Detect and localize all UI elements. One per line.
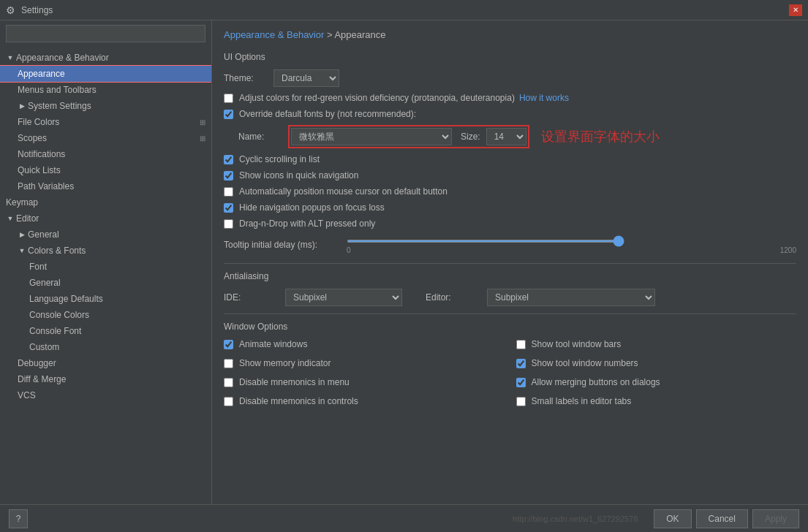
breadcrumb-link[interactable]: Appearance & Behavior <box>224 29 324 40</box>
theme-row: Theme: Darcula IntelliJ <box>224 69 796 87</box>
sidebar-item-label: Quick Lists <box>18 165 61 175</box>
show-icons-label: Show icons in quick navigation <box>239 170 358 180</box>
override-fonts-checkbox[interactable] <box>224 110 233 119</box>
sidebar-item-label: Keymap <box>6 197 38 208</box>
show-icons-row: Show icons in quick navigation <box>224 170 796 180</box>
adjust-colors-checkbox[interactable] <box>224 94 233 103</box>
expand-arrow: ▼ <box>6 53 15 62</box>
expand-arrow: ▶ <box>18 102 26 110</box>
cancel-button[interactable]: Cancel <box>696 509 748 528</box>
sidebar-item-keymap[interactable]: Keymap <box>0 194 211 210</box>
disable-mnemonics-controls-checkbox[interactable] <box>224 397 233 406</box>
sidebar-item-label: Notifications <box>18 149 65 159</box>
size-label: Size: <box>461 132 480 142</box>
hide-navigation-checkbox[interactable] <box>224 203 233 213</box>
sidebar-item-file-colors[interactable]: File Colors ⊞ <box>0 114 211 130</box>
sidebar-item-label: General <box>28 229 59 240</box>
sidebar-item-language-defaults[interactable]: Language Defaults <box>0 291 211 307</box>
cyclic-scrolling-row: Cyclic scrolling in list <box>224 154 796 164</box>
help-button[interactable]: ? <box>9 509 28 528</box>
sidebar-item-appearance[interactable]: Appearance <box>0 66 211 82</box>
breadcrumb-separator: > <box>327 29 335 40</box>
sidebar-item-label: Language Defaults <box>29 294 103 304</box>
editor-antialiasing-select[interactable]: Subpixel Greyscale LCD None <box>487 289 655 306</box>
sidebar-item-notifications[interactable]: Notifications <box>0 146 211 162</box>
sidebar-item-label: Debugger <box>18 358 56 368</box>
sidebar-item-colors-fonts[interactable]: ▼ Colors & Fonts <box>0 243 211 259</box>
show-tool-window-numbers-row: Show tool window numbers <box>516 358 797 368</box>
adjust-colors-row: Adjust colors for red-green vision defic… <box>224 93 796 103</box>
sidebar-item-quick-lists[interactable]: Quick Lists <box>0 162 211 178</box>
font-size-select[interactable]: 14 12 16 18 <box>486 128 526 145</box>
sidebar-item-general[interactable]: ▶ General <box>0 227 211 243</box>
sidebar-item-scopes[interactable]: Scopes ⊞ <box>0 130 211 146</box>
sidebar-item-label: Custom <box>29 342 59 352</box>
search-input[interactable] <box>6 25 205 42</box>
allow-merging-checkbox[interactable] <box>516 378 526 387</box>
sidebar-item-vcs[interactable]: VCS <box>0 387 211 403</box>
show-tool-window-bars-label: Show tool window bars <box>532 339 622 349</box>
sidebar-item-console-font[interactable]: Console Font <box>0 323 211 339</box>
ok-button[interactable]: OK <box>654 509 691 528</box>
slider-container: 0 1200 <box>347 235 796 254</box>
cyclic-scrolling-checkbox[interactable] <box>224 155 233 164</box>
sidebar-item-general2[interactable]: General <box>0 275 211 291</box>
sidebar-item-label: File Colors <box>18 117 59 127</box>
show-tool-window-numbers-checkbox[interactable] <box>516 359 526 368</box>
show-memory-label: Show memory indicator <box>239 358 331 368</box>
disable-mnemonics-menu-checkbox[interactable] <box>224 378 233 387</box>
tooltip-delay-label: Tooltip initial delay (ms): <box>224 240 341 250</box>
expand-arrow: ▼ <box>6 214 15 223</box>
show-memory-checkbox[interactable] <box>224 359 233 368</box>
sidebar-item-editor[interactable]: ▼ Editor <box>0 210 211 227</box>
override-fonts-label: Override default fonts by (not recommend… <box>239 109 416 119</box>
auto-position-checkbox[interactable] <box>224 187 233 197</box>
sidebar-item-system-settings[interactable]: ▶ System Settings <box>0 98 211 114</box>
font-name-select[interactable]: 微软雅黑 <box>291 128 452 145</box>
sidebar-item-label: Console Font <box>29 326 81 336</box>
apply-button[interactable]: Apply <box>752 509 799 528</box>
sidebar-item-label: Scopes <box>18 133 47 143</box>
allow-merging-label: Allow merging buttons on dialogs <box>532 377 660 387</box>
dialog-content: ▼ Appearance & Behavior Appearance Menus… <box>0 20 808 504</box>
override-fonts-row: Override default fonts by (not recommend… <box>224 109 796 119</box>
show-icons-checkbox[interactable] <box>224 171 233 180</box>
auto-position-label: Automatically position mouse cursor on d… <box>239 186 448 197</box>
show-tool-window-bars-checkbox[interactable] <box>516 340 526 349</box>
show-memory-row: Show memory indicator <box>224 358 505 368</box>
theme-select[interactable]: Darcula IntelliJ <box>273 69 339 87</box>
slider-ticks: 0 1200 <box>347 246 796 254</box>
close-button[interactable]: ✕ <box>789 4 802 16</box>
allow-merging-row: Allow merging buttons on dialogs <box>516 377 797 387</box>
sidebar-item-font[interactable]: Font <box>0 259 211 275</box>
expand-arrow: ▼ <box>18 246 26 255</box>
drag-drop-label: Drag-n-Drop with ALT pressed only <box>239 218 375 229</box>
small-labels-label: Small labels in editor tabs <box>532 396 632 406</box>
sidebar-item-appearance-behavior[interactable]: ▼ Appearance & Behavior <box>0 50 211 66</box>
watermark: http://blog.csdn.net/w1_627292578 <box>513 514 638 523</box>
sidebar-item-console-colors[interactable]: Console Colors <box>0 307 211 323</box>
cyclic-scrolling-label: Cyclic scrolling in list <box>239 154 320 164</box>
disable-mnemonics-controls-label: Disable mnemonics in controls <box>239 396 358 406</box>
hide-navigation-label: Hide navigation popups on focus loss <box>239 202 385 213</box>
animate-windows-checkbox[interactable] <box>224 340 233 349</box>
theme-label: Theme: <box>224 73 268 83</box>
how-it-works-link[interactable]: How it works <box>519 93 569 103</box>
sidebar-item-path-variables[interactable]: Path Variables <box>0 178 211 194</box>
show-tool-window-numbers-label: Show tool window numbers <box>532 358 638 368</box>
sidebar-item-menus-toolbars[interactable]: Menus and Toolbars <box>0 82 211 98</box>
ide-label: IDE: <box>224 292 268 303</box>
drag-drop-checkbox[interactable] <box>224 219 233 229</box>
small-labels-checkbox[interactable] <box>516 397 526 406</box>
sidebar-item-debugger[interactable]: Debugger <box>0 355 211 371</box>
antialiasing-label: Antialiasing <box>224 271 796 281</box>
sidebar-item-custom[interactable]: Custom <box>0 339 211 355</box>
disable-mnemonics-menu-label: Disable mnemonics in menu <box>239 377 350 387</box>
slider-min: 0 <box>347 246 351 254</box>
sidebar-item-diff-merge[interactable]: Diff & Merge <box>0 371 211 387</box>
tooltip-delay-slider[interactable] <box>347 240 624 243</box>
sidebar: ▼ Appearance & Behavior Appearance Menus… <box>0 20 212 504</box>
window-options-grid: Animate windows Show tool window bars Sh… <box>224 339 796 412</box>
sidebar-item-label: Appearance <box>18 69 65 79</box>
ide-antialiasing-select[interactable]: Subpixel Greyscale LCD None <box>285 289 402 306</box>
